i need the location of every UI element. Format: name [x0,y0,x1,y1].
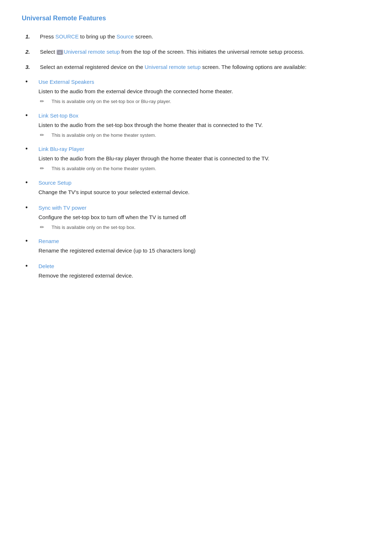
bullet-dot-1: • [25,78,36,86]
bullet-content-1: Use External Speakers Listen to the audi… [38,79,370,107]
bullet-title-bluray[interactable]: Link Blu-ray Player [38,146,370,152]
pencil-icon-1: ✏ [40,98,49,104]
step-1: Press SOURCE to bring up the Source scre… [25,32,370,41]
bullet-content-5: Sync with TV power Configure the set-top… [38,205,370,233]
step-3: Select an external registered device on … [25,63,370,71]
bullet-title-rename[interactable]: Rename [38,238,370,244]
bullet-content-3: Link Blu-ray Player Listen to the audio … [38,146,370,174]
note-row-settop-box: ✏ This is available only on the home the… [38,132,370,139]
bullet-desc-bluray: Listen to the audio from the Blu-ray pla… [38,154,370,163]
note-row-external-speakers: ✏ This is available only on the set-top … [38,98,370,105]
bullet-dot-3: • [25,145,36,153]
universal-remote-setup-link-1[interactable]: Universal remote setup [64,49,120,55]
bullet-dot-7: • [25,262,36,270]
bullet-item-delete: • Delete Remove the registered external … [25,263,370,282]
note-text-sync-tv-power: This is available only on the set-top bo… [52,224,135,231]
bullet-dot-4: • [25,179,36,186]
bullet-item-sync-tv-power: • Sync with TV power Configure the set-t… [25,205,370,233]
pencil-icon-4: ✏ [40,224,49,230]
note-text-external-speakers: This is available only on the set-top bo… [52,98,171,105]
bullet-desc-external-speakers: Listen to the audio from the external de… [38,87,370,96]
note-row-bluray: ✏ This is available only on the home the… [38,165,370,172]
bullet-title-source-setup[interactable]: Source Setup [38,180,370,186]
note-row-sync-tv-power: ✏ This is available only on the set-top … [38,224,370,231]
source-link-2[interactable]: Source [117,33,134,40]
page-title: Universal Remote Features [22,15,370,24]
steps-list: Press SOURCE to bring up the Source scre… [22,32,370,71]
step-2-content: Select Universal remote setup from the t… [40,48,304,56]
bullet-item-rename: • Rename Rename the registered external … [25,238,370,257]
universal-remote-setup-link-2[interactable]: Universal remote setup [145,64,201,70]
bullet-desc-source-setup: Change the TV's input source to your sel… [38,188,370,197]
bullet-desc-sync-tv-power: Configure the set-top box to turn off wh… [38,213,370,222]
bullet-content-7: Delete Remove the registered external de… [38,263,370,282]
universal-remote-icon [57,50,63,55]
bullet-title-delete[interactable]: Delete [38,263,370,269]
bullet-title-sync-tv-power[interactable]: Sync with TV power [38,205,370,211]
step-1-content: Press SOURCE to bring up the Source scre… [40,32,153,41]
bullet-title-settop-box[interactable]: Link Set-top Box [38,112,370,119]
bullet-title-external-speakers[interactable]: Use External Speakers [38,79,370,85]
bullet-dot-6: • [25,237,36,245]
bullet-item-settop-box: • Link Set-top Box Listen to the audio f… [25,112,370,140]
bullet-item-external-speakers: • Use External Speakers Listen to the au… [25,79,370,107]
bullet-dot-5: • [25,204,36,212]
bullet-item-source-setup: • Source Setup Change the TV's input sou… [25,180,370,199]
bullet-desc-delete: Remove the registered external device. [38,271,370,280]
pencil-icon-3: ✏ [40,165,49,171]
pencil-icon-2: ✏ [40,132,49,138]
bullet-content-4: Source Setup Change the TV's input sourc… [38,180,370,199]
step-2: Select Universal remote setup from the t… [25,48,370,56]
bullet-desc-settop-box: Listen to the audio from the set-top box… [38,121,370,130]
bullet-content-2: Link Set-top Box Listen to the audio fro… [38,112,370,140]
bullet-dot-2: • [25,112,36,119]
bullet-section: • Use External Speakers Listen to the au… [22,79,370,282]
step-3-content: Select an external registered device on … [40,63,306,71]
bullet-desc-rename: Rename the registered external device (u… [38,246,370,255]
bullet-item-bluray: • Link Blu-ray Player Listen to the audi… [25,146,370,174]
note-text-settop-box: This is available only on the home theat… [52,132,156,139]
bullet-content-6: Rename Rename the registered external de… [38,238,370,257]
note-text-bluray: This is available only on the home theat… [52,165,156,172]
source-link-1[interactable]: SOURCE [56,33,79,40]
